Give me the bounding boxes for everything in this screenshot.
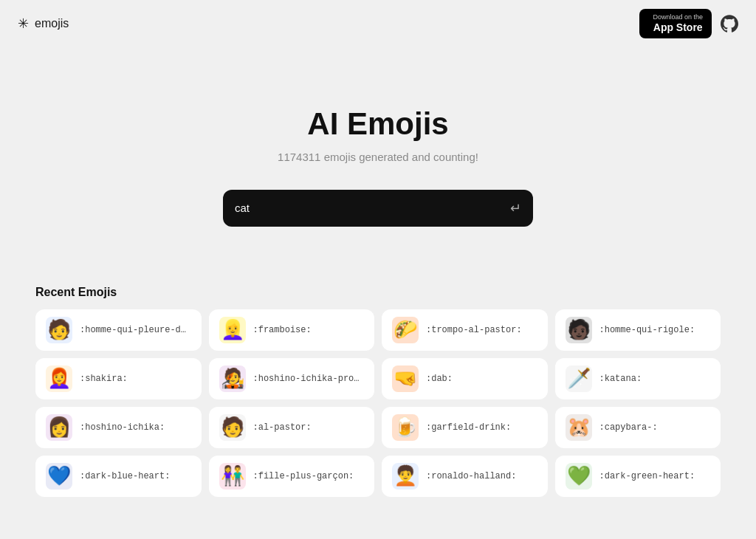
emoji-thumb: 👩 xyxy=(46,414,72,441)
emoji-card[interactable]: 👱‍♀️:framboise: xyxy=(209,309,375,351)
emoji-label: :framboise: xyxy=(253,325,312,335)
app-store-top-text: Download on the xyxy=(653,13,703,21)
emoji-label: :fille-plus-garçon: xyxy=(253,471,354,481)
emoji-label: :dab: xyxy=(426,374,453,384)
emoji-label: :dark-blue-heart: xyxy=(80,471,170,481)
emoji-thumb: 🍺 xyxy=(392,414,419,441)
search-wrapper: ↵ xyxy=(15,190,741,227)
emoji-card[interactable]: 🐹:capybara-: xyxy=(555,407,721,448)
emoji-label: :trompo-al-pastor: xyxy=(426,325,522,335)
emoji-label: :homme-qui-rigole: xyxy=(599,325,695,335)
emoji-label: :ronaldo-halland: xyxy=(426,471,516,481)
app-store-button[interactable]: Download on the App Store xyxy=(639,9,712,38)
emoji-label: :al-pastor: xyxy=(253,422,312,433)
emoji-thumb: 🧑 xyxy=(46,317,72,343)
emoji-label: :katana: xyxy=(599,374,642,384)
emoji-thumb: 👩‍🦰 xyxy=(46,365,72,392)
emoji-card[interactable]: 👫:fille-plus-garçon: xyxy=(209,456,375,497)
emoji-card[interactable]: 🤜:dab: xyxy=(382,358,548,399)
emoji-thumb: 👫 xyxy=(219,463,246,490)
emoji-thumb: 🧑‍🎤 xyxy=(219,365,246,392)
emoji-thumb: 🤜 xyxy=(392,365,419,392)
emoji-thumb: 👱‍♀️ xyxy=(219,317,246,343)
emoji-thumb: 🧑‍🦱 xyxy=(392,463,419,490)
emoji-card[interactable]: 💚:dark-green-heart: xyxy=(555,456,721,497)
emoji-thumb: 🧑 xyxy=(219,414,246,441)
github-icon xyxy=(721,15,738,32)
emoji-thumb: 💙 xyxy=(46,463,72,490)
emoji-thumb: 🗡️ xyxy=(566,365,592,392)
emoji-label: :garfield-drink: xyxy=(426,422,511,433)
hero-subtitle: 1174311 emojis generated and counting! xyxy=(15,151,741,163)
search-input[interactable] xyxy=(235,202,510,214)
emoji-card[interactable]: 🧑:homme-qui-pleure-de-ri… xyxy=(35,309,202,351)
search-bar: ↵ xyxy=(223,190,533,227)
emoji-label: :homme-qui-pleure-de-ri… xyxy=(80,325,191,335)
hero-section: AI Emojis 1174311 emojis generated and c… xyxy=(0,47,756,271)
logo[interactable]: ✳ emojis xyxy=(18,16,69,32)
emoji-card[interactable]: 🧑:al-pastor: xyxy=(209,407,375,448)
emoji-card[interactable]: 🗡️:katana: xyxy=(555,358,721,399)
emoji-grid: 🧑:homme-qui-pleure-de-ri…👱‍♀️:framboise:… xyxy=(35,309,721,497)
search-enter-icon[interactable]: ↵ xyxy=(510,200,521,216)
emoji-card[interactable]: 👩‍🦰:shakira: xyxy=(35,358,202,399)
github-button[interactable] xyxy=(721,15,738,32)
logo-icon: ✳ xyxy=(18,16,29,32)
emoji-thumb: 🧑🏿 xyxy=(566,317,592,343)
app-store-main-text: App Store xyxy=(653,21,703,34)
emoji-label: :hoshino-ichika: xyxy=(80,422,165,433)
emoji-card[interactable]: 🍺:garfield-drink: xyxy=(382,407,548,448)
header: ✳ emojis Download on the App Store xyxy=(0,0,756,47)
recent-title: Recent Emojis xyxy=(35,286,721,299)
recent-emojis-section: Recent Emojis 🧑:homme-qui-pleure-de-ri…👱… xyxy=(0,271,756,512)
emoji-label: :hoshino-ichika-project… xyxy=(253,374,365,384)
header-actions: Download on the App Store xyxy=(639,9,738,38)
emoji-card[interactable]: 🧑🏿:homme-qui-rigole: xyxy=(555,309,721,351)
logo-text: emojis xyxy=(35,17,69,30)
hero-title: AI Emojis xyxy=(15,106,741,142)
emoji-card[interactable]: 🌮:trompo-al-pastor: xyxy=(382,309,548,351)
emoji-card[interactable]: 👩:hoshino-ichika: xyxy=(35,407,202,448)
emoji-thumb: 🌮 xyxy=(392,317,419,343)
emoji-label: :shakira: xyxy=(80,374,128,384)
app-store-label: Download on the App Store xyxy=(653,13,703,34)
emoji-label: :dark-green-heart: xyxy=(599,471,695,481)
emoji-card[interactable]: 💙:dark-blue-heart: xyxy=(35,456,202,497)
emoji-thumb: 💚 xyxy=(566,463,592,490)
emoji-card[interactable]: 🧑‍🦱:ronaldo-halland: xyxy=(382,456,548,497)
emoji-thumb: 🐹 xyxy=(566,414,592,441)
emoji-card[interactable]: 🧑‍🎤:hoshino-ichika-project… xyxy=(209,358,375,399)
emoji-label: :capybara-: xyxy=(599,422,658,433)
